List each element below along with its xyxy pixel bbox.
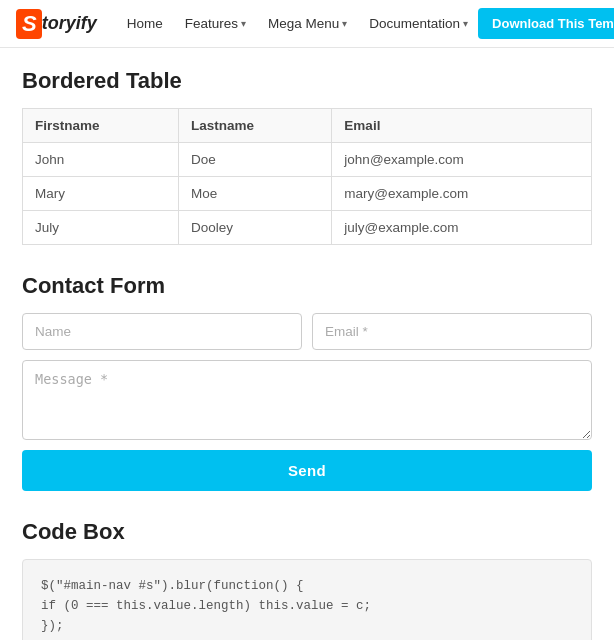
navbar: S toryify Home Features ▾ Mega Menu ▾ Do…: [0, 0, 614, 48]
code-section-title: Code Box: [22, 519, 592, 545]
table-row: MaryMoemary@example.com: [23, 177, 592, 211]
logo-s-letter: S: [16, 9, 42, 39]
nav-item-mega-menu[interactable]: Mega Menu ▾: [258, 2, 357, 45]
th-lastname: Lastname: [178, 109, 331, 143]
contact-section: Contact Form Send: [22, 273, 592, 491]
message-textarea[interactable]: [22, 360, 592, 440]
chevron-down-icon: ▾: [342, 18, 347, 29]
chevron-down-icon: ▾: [463, 18, 468, 29]
bordered-table: Firstname Lastname Email JohnDoejohn@exa…: [22, 108, 592, 245]
nav-item-documentation[interactable]: Documentation ▾: [359, 2, 478, 45]
email-input[interactable]: [312, 313, 592, 350]
code-section: Code Box $("#main-nav #s").blur(function…: [22, 519, 592, 640]
logo-text: toryify: [42, 13, 97, 34]
nav-logo[interactable]: S toryify: [16, 9, 97, 39]
chevron-down-icon: ▾: [241, 18, 246, 29]
table-row: JohnDoejohn@example.com: [23, 143, 592, 177]
main-content: Bordered Table Firstname Lastname Email …: [0, 48, 614, 640]
th-email: Email: [332, 109, 592, 143]
table-cell: july@example.com: [332, 211, 592, 245]
contact-section-title: Contact Form: [22, 273, 592, 299]
table-cell: Mary: [23, 177, 179, 211]
table-cell: john@example.com: [332, 143, 592, 177]
nav-item-features[interactable]: Features ▾: [175, 2, 256, 45]
nav-item-home[interactable]: Home: [117, 2, 173, 45]
table-cell: Dooley: [178, 211, 331, 245]
th-firstname: Firstname: [23, 109, 179, 143]
nav-items: Home Features ▾ Mega Menu ▾ Documentatio…: [117, 2, 478, 45]
table-row: JulyDooleyjuly@example.com: [23, 211, 592, 245]
form-name-email-row: [22, 313, 592, 350]
code-box: $("#main-nav #s").blur(function() { if (…: [22, 559, 592, 640]
send-button[interactable]: Send: [22, 450, 592, 491]
table-cell: mary@example.com: [332, 177, 592, 211]
table-cell: July: [23, 211, 179, 245]
table-header-row: Firstname Lastname Email: [23, 109, 592, 143]
name-input[interactable]: [22, 313, 302, 350]
table-cell: Moe: [178, 177, 331, 211]
download-button[interactable]: Download This Template: [478, 8, 614, 39]
table-cell: Doe: [178, 143, 331, 177]
table-cell: John: [23, 143, 179, 177]
table-section-title: Bordered Table: [22, 68, 592, 94]
